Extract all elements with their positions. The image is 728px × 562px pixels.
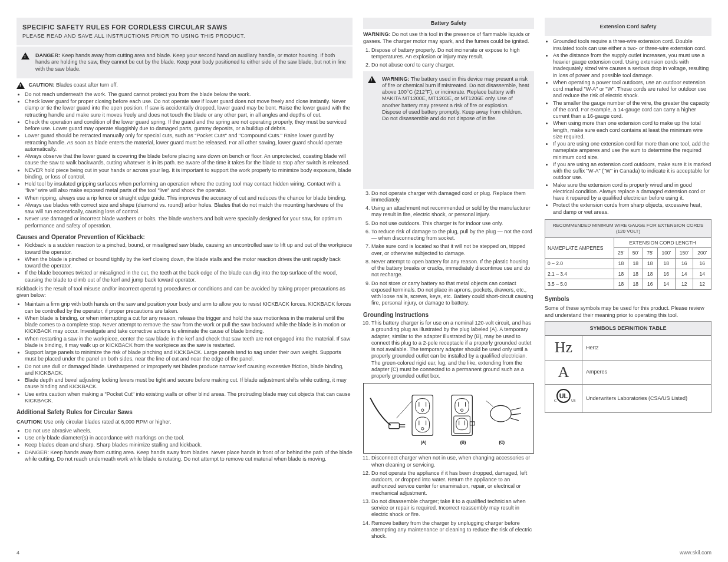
caution-word: CAUTION:: [17, 419, 42, 425]
list-item: Make sure cord is located so that it wil…: [371, 243, 534, 257]
list-item: If the blade becomes twisted or misalign…: [25, 270, 353, 283]
bullet-list: Do not reach underneath the work. The gu…: [25, 91, 353, 229]
symbol-def: Amperes: [582, 360, 711, 385]
list-item: Using an attachment not recommended or s…: [371, 205, 534, 219]
awg-len: 50': [628, 248, 643, 259]
page-footer: 4 www.skil.com: [17, 550, 711, 556]
caution-text: Blades coast after turn off.: [56, 82, 118, 88]
list-item: Blade depth and bevel adjusting locking …: [25, 377, 353, 391]
svg-point-22: [490, 406, 511, 422]
list-item: Check lower guard for proper closing bef…: [25, 98, 353, 118]
list-item: Always observe that the lower guard is c…: [25, 153, 353, 167]
page-number: 4: [17, 550, 19, 556]
list-item: When ripping, always use a rip fence or …: [25, 195, 353, 201]
warning-icon: [17, 82, 25, 89]
list-item: Support large panels to minimize the ris…: [25, 349, 353, 363]
list-item: Use extra caution when making a "Pocket …: [25, 391, 353, 405]
svg-line-23: [511, 408, 521, 411]
table-row: 3.5 – 5.0 18 18 16 14 12 12: [545, 279, 711, 290]
awg-title: RECOMMENDED MINIMUM WIRE GAUGE FOR EXTEN…: [545, 219, 711, 237]
awg-header-amps: NAMEPLATE AMPERES: [545, 237, 614, 258]
list-item: Make sure the extension cord is properly…: [553, 182, 711, 202]
list-item: Lower guard should be retracted manually…: [25, 133, 353, 153]
symbols-table: SYMBOLS DEFINITION TABLE Hz Hertz A Ampe…: [545, 321, 711, 413]
grounding-figure: (A) (B): [363, 383, 534, 454]
list-item: Do not operate the appliance if it has b…: [371, 470, 534, 497]
section-header: SPECIFIC SAFETY RULES FOR CORDLESS CIRCU…: [17, 18, 353, 45]
awg-header-length: EXTENSION CORD LENGTH: [614, 237, 711, 248]
list-item: When operating a power tool outdoors, us…: [553, 80, 711, 100]
list-item: Check the operation and condition of the…: [25, 119, 353, 133]
caution-word: CAUTION:: [29, 82, 55, 88]
list-item: As the distance from the supply outlet i…: [553, 52, 711, 79]
bullet-list: Kickback is a sudden reaction to a pinch…: [25, 242, 353, 283]
warning-text: The battery used in this device may pres…: [382, 76, 529, 122]
svg-point-16: [460, 409, 463, 411]
svg-line-24: [511, 414, 521, 415]
list-item: Do not use dull or damaged blade. Unshar…: [25, 363, 353, 377]
list-item: This battery charger is for use on a nom…: [371, 320, 534, 379]
svg-text:UL: UL: [559, 392, 568, 399]
list-item: Protect the extension cords from sharp o…: [553, 202, 711, 216]
awg-len: 25': [614, 248, 628, 259]
list-item: Do not store or carry battery so that me…: [371, 280, 534, 307]
list-item: The smaller the gauge number of the wire…: [553, 100, 711, 120]
symbols-lead: Some of these symbols may be used for th…: [545, 305, 711, 319]
numbered-list: Disconnect charger when not in use, when…: [371, 455, 534, 540]
list-item: Use only blade diameter(s) in accordance…: [25, 435, 353, 441]
table-row: 0 – 2.0 18 18 18 18 16 16: [545, 259, 711, 269]
figure-label-b: (B): [460, 441, 466, 445]
svg-rect-0: [389, 423, 400, 429]
bullet-list: Maintain a firm grip with both hands on …: [25, 301, 353, 404]
awg-len: 75': [643, 248, 658, 259]
additional-caution: CAUTION: Use only circular blades rated …: [17, 419, 353, 425]
symbols-table-title: SYMBOLS DEFINITION TABLE: [545, 321, 711, 335]
list-item: Never use damaged or incorrect blade was…: [25, 216, 353, 229]
section-header-main: SPECIFIC SAFETY RULES FOR CORDLESS CIRCU…: [22, 24, 228, 31]
list-item: When using more than one extension cord …: [553, 120, 711, 140]
list-item: When restarting a saw in the workpiece, …: [25, 336, 353, 349]
caution-text: Use only circular blades rated at 6,000 …: [44, 419, 172, 425]
kickback-header: Causes and Operator Prevention of Kickba…: [17, 234, 353, 242]
figure-label-a: (A): [421, 441, 427, 445]
awg-len: 200': [693, 248, 711, 259]
awg-table: RECOMMENDED MINIMUM WIRE GAUGE FOR EXTEN…: [545, 219, 711, 290]
list-item: Do not abuse cord to carry charger.: [371, 62, 534, 68]
symbol-def: Underwriters Laboratories (CSA/US Listed…: [582, 385, 711, 413]
list-item: Never attempt to open battery for any re…: [371, 259, 534, 279]
bullet-list: Grounded tools require a three-wire exte…: [553, 38, 711, 216]
table-row: Hz Hertz: [545, 336, 711, 361]
svg-rect-3: [412, 395, 433, 436]
list-item: When the blade is pinched or bound tight…: [25, 256, 353, 270]
grounding-header: Grounding Instructions: [363, 312, 534, 319]
list-item: Maintain a firm grip with both hands on …: [25, 301, 353, 315]
bullet-list: Do not use abrasive wheels. Use only bla…: [25, 428, 353, 462]
extension-cord-header: Extension Cord Safety: [545, 18, 711, 36]
table-row: 2.1 – 3.4 18 18 18 16 14 14: [545, 269, 711, 279]
list-item: If you are using one extension cord for …: [553, 141, 711, 161]
danger-text: Keep hands away from cutting area and bl…: [35, 52, 346, 72]
warning-box: WARNING: The battery used in this device…: [363, 71, 534, 189]
list-item: Do not use outdoors. This charger is for…: [371, 220, 534, 227]
list-item: Do not disassemble charger; take it to a…: [371, 498, 534, 518]
awg-len: 150': [676, 248, 693, 259]
list-item: NEVER hold piece being cut in your hands…: [25, 167, 353, 181]
warning-word: WARNING:: [363, 31, 391, 37]
list-item: DANGER: Keep hands away from cutting are…: [25, 449, 353, 463]
list-item: Kickback is a sudden reaction to a pinch…: [25, 242, 353, 256]
list-item: Hold tool by insulated gripping surfaces…: [25, 181, 353, 194]
section-header-sub: PLEASE READ AND SAVE ALL INSTRUCTIONS PR…: [22, 33, 347, 39]
list-item: Do not use abrasive wheels.: [25, 428, 353, 434]
caution-line: CAUTION: Blades coast after turn off.: [17, 82, 353, 89]
svg-rect-12: [452, 395, 472, 436]
kickback-note: Kickback is the result of tool misuse an…: [17, 286, 353, 299]
svg-line-25: [510, 418, 519, 421]
battery-safety-header: Battery Safety: [363, 18, 534, 29]
svg-rect-18: [456, 418, 468, 430]
list-item: To reduce risk of damage to the plug, pu…: [371, 229, 534, 242]
list-item: Disconnect charger when not in use, when…: [371, 455, 534, 468]
warning-word: WARNING:: [382, 76, 410, 82]
numbered-list: Dispose of battery properly. Do not inci…: [371, 47, 534, 69]
list-item: Grounded tools require a three-wire exte…: [553, 38, 711, 52]
symbols-header: Symbols: [545, 296, 711, 303]
